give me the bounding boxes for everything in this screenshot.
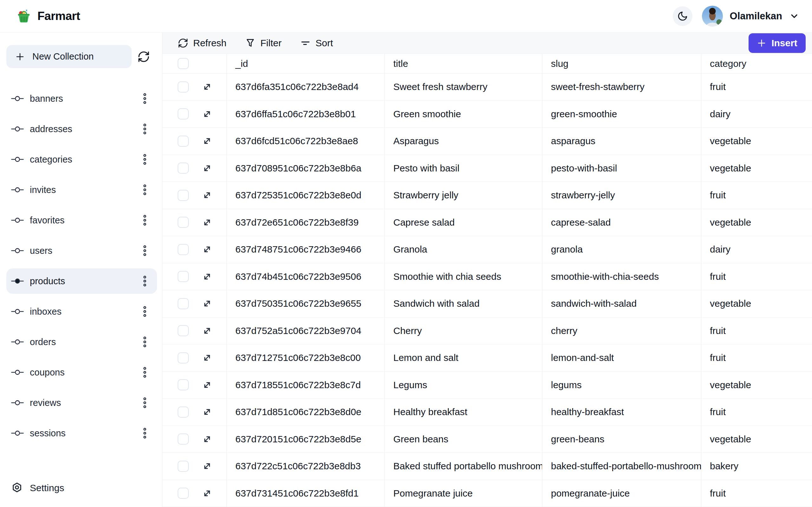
cell-slug[interactable]: smoothie-with-chia-seeds	[542, 263, 701, 290]
collection-options-button[interactable]	[142, 335, 148, 349]
cell-title[interactable]: Asparagus	[385, 128, 542, 155]
column-header-slug[interactable]: slug	[542, 54, 701, 73]
collection-options-button[interactable]	[142, 365, 148, 379]
row-checkbox[interactable]	[177, 461, 189, 472]
expand-row-button[interactable]	[201, 163, 213, 174]
select-all-checkbox[interactable]	[177, 58, 189, 69]
sidebar-item-banners[interactable]: banners	[6, 86, 157, 111]
refresh-collections-button[interactable]	[137, 50, 150, 63]
cell-slug[interactable]: pesto-with-basil	[542, 155, 701, 182]
sidebar-item-orders[interactable]: orders	[6, 329, 157, 354]
row-checkbox[interactable]	[177, 406, 189, 418]
cell-id[interactable]: 637d6ffa51c06c722b3e8b01	[227, 101, 385, 128]
row-checkbox[interactable]	[177, 352, 189, 363]
cell-slug[interactable]: healthy-breakfast	[542, 399, 701, 426]
cell-slug[interactable]: granola	[542, 236, 701, 263]
cell-title[interactable]: Caprese salad	[385, 209, 542, 236]
cell-category[interactable]: vegetable	[701, 155, 812, 182]
expand-row-button[interactable]	[201, 434, 213, 445]
sort-button[interactable]: Sort	[300, 38, 333, 49]
expand-row-button[interactable]	[201, 244, 213, 255]
cell-category[interactable]: vegetable	[701, 426, 812, 453]
collection-options-button[interactable]	[142, 183, 148, 197]
cell-slug[interactable]: legums	[542, 372, 701, 399]
sidebar-item-invites[interactable]: invites	[6, 177, 157, 203]
collection-options-button[interactable]	[142, 426, 148, 440]
cell-title[interactable]: Lemon and salt	[385, 344, 542, 372]
cell-title[interactable]: Green smoothie	[385, 101, 542, 128]
user-menu[interactable]: Olamilekan	[702, 6, 799, 26]
cell-title[interactable]: Granola	[385, 236, 542, 263]
sidebar-item-addresses[interactable]: addresses	[6, 116, 157, 142]
filter-button[interactable]: Filter	[245, 38, 282, 49]
cell-title[interactable]: Strawberry jelly	[385, 182, 542, 209]
sidebar-item-settings[interactable]: Settings	[0, 482, 162, 498]
cell-category[interactable]: vegetable	[701, 290, 812, 317]
cell-category[interactable]: vegetable	[701, 209, 812, 236]
expand-row-button[interactable]	[201, 81, 213, 93]
row-checkbox[interactable]	[177, 434, 189, 445]
cell-title[interactable]: Pesto with basil	[385, 155, 542, 182]
column-header-title[interactable]: title	[385, 54, 542, 73]
cell-id[interactable]: 637d71d851c06c722b3e8d0e	[227, 399, 385, 426]
cell-slug[interactable]: green-beans	[542, 426, 701, 453]
row-checkbox[interactable]	[177, 325, 189, 336]
refresh-button[interactable]: Refresh	[177, 38, 226, 49]
cell-id[interactable]: 637d748751c06c722b3e9466	[227, 236, 385, 263]
collection-options-button[interactable]	[142, 396, 148, 410]
cell-id[interactable]: 637d752a51c06c722b3e9704	[227, 318, 385, 344]
row-checkbox[interactable]	[177, 108, 189, 119]
sidebar-item-reviews[interactable]: reviews	[6, 390, 157, 415]
cell-id[interactable]: 637d731451c06c722b3e8fd1	[227, 480, 385, 507]
row-checkbox[interactable]	[177, 379, 189, 390]
cell-category[interactable]: fruit	[701, 182, 812, 209]
insert-button[interactable]: Insert	[749, 33, 806, 53]
row-checkbox[interactable]	[177, 488, 189, 499]
cell-category[interactable]: fruit	[701, 480, 812, 507]
collection-options-button[interactable]	[142, 274, 148, 288]
collection-options-button[interactable]	[142, 304, 148, 319]
cell-slug[interactable]: green-smoothie	[542, 101, 701, 128]
cell-category[interactable]: dairy	[701, 236, 812, 263]
cell-category[interactable]: fruit	[701, 399, 812, 426]
cell-id[interactable]: 637d74b451c06c722b3e9506	[227, 263, 385, 290]
cell-slug[interactable]: lemon-and-salt	[542, 344, 701, 372]
cell-id[interactable]: 637d722c51c06c722b3e8db3	[227, 453, 385, 480]
expand-row-button[interactable]	[201, 271, 213, 282]
row-checkbox[interactable]	[177, 271, 189, 282]
sidebar-item-users[interactable]: users	[6, 238, 157, 263]
expand-row-button[interactable]	[201, 488, 213, 499]
cell-id[interactable]: 637d712751c06c722b3e8c00	[227, 344, 385, 372]
cell-id[interactable]: 637d708951c06c722b3e8b6a	[227, 155, 385, 182]
cell-category[interactable]: bakery	[701, 453, 812, 480]
expand-row-button[interactable]	[201, 217, 213, 228]
cell-title[interactable]: Sandwich with salad	[385, 290, 542, 317]
row-checkbox[interactable]	[177, 298, 189, 309]
expand-row-button[interactable]	[201, 325, 213, 337]
cell-id[interactable]: 637d725351c06c722b3e8e0d	[227, 182, 385, 209]
collection-options-button[interactable]	[142, 213, 148, 227]
cell-title[interactable]: Smoothie with chia seeds	[385, 263, 542, 290]
expand-row-button[interactable]	[201, 298, 213, 309]
cell-title[interactable]: Cherry	[385, 318, 542, 344]
cell-category[interactable]: fruit	[701, 263, 812, 290]
row-checkbox[interactable]	[177, 135, 189, 147]
cell-category[interactable]: fruit	[701, 344, 812, 372]
cell-slug[interactable]: cherry	[542, 318, 701, 344]
expand-row-button[interactable]	[201, 352, 213, 363]
cell-category[interactable]: fruit	[701, 318, 812, 344]
expand-row-button[interactable]	[201, 379, 213, 391]
row-checkbox[interactable]	[177, 163, 189, 174]
cell-id[interactable]: 637d718551c06c722b3e8c7d	[227, 372, 385, 399]
expand-row-button[interactable]	[201, 460, 213, 472]
collection-options-button[interactable]	[142, 153, 148, 166]
row-checkbox[interactable]	[177, 244, 189, 255]
cell-id[interactable]: 637d720151c06c722b3e8d5e	[227, 426, 385, 453]
sidebar-item-inboxes[interactable]: inboxes	[6, 299, 157, 324]
cell-category[interactable]: fruit	[701, 73, 812, 101]
cell-slug[interactable]: sweet-fresh-stawberry	[542, 73, 701, 101]
sidebar-item-products[interactable]: products	[6, 268, 157, 294]
cell-slug[interactable]: caprese-salad	[542, 209, 701, 236]
cell-title[interactable]: Sweet fresh stawberry	[385, 73, 542, 101]
cell-slug[interactable]: sandwich-with-salad	[542, 290, 701, 317]
